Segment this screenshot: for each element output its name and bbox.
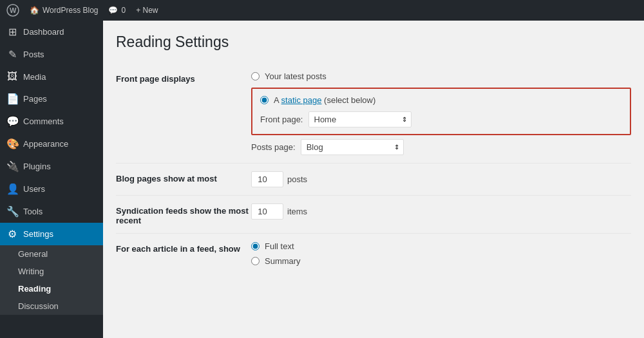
radio-latest-input[interactable] xyxy=(251,72,260,80)
front-page-select[interactable]: Home xyxy=(308,111,412,127)
radio-full-input[interactable] xyxy=(251,242,260,250)
tools-icon: 🔧 xyxy=(6,205,18,218)
sidebar-item-media[interactable]: 🖼 Media xyxy=(0,66,103,88)
wp-logo-icon: W xyxy=(6,4,19,17)
comments-sidebar-icon: 💬 xyxy=(6,115,18,127)
settings-icon: ⚙ xyxy=(6,228,18,240)
syndication-input[interactable] xyxy=(251,203,283,220)
top-bar: W 🏠 WordPress Blog 💬 0 + New xyxy=(0,0,644,21)
blog-pages-unit: posts xyxy=(287,174,307,184)
radio-static-page[interactable]: A static page (select below) xyxy=(260,95,622,105)
sidebar-label-comments: Comments xyxy=(23,117,64,126)
sidebar-label-dashboard: Dashboard xyxy=(23,27,64,37)
sidebar-label-settings: Settings xyxy=(23,229,53,239)
radio-static-label: A static page (select below) xyxy=(274,95,375,105)
sidebar-label-posts: Posts xyxy=(23,50,44,59)
sidebar-item-plugins[interactable]: 🔌 Plugins xyxy=(0,155,103,178)
sidebar-label-general: General xyxy=(18,249,48,259)
sidebar-item-appearance[interactable]: 🎨 Appearance xyxy=(0,133,103,155)
sidebar-sub-discussion[interactable]: Discussion xyxy=(0,297,103,315)
syndication-unit: items xyxy=(287,207,307,216)
blog-pages-control: posts xyxy=(251,171,631,187)
new-label: + New xyxy=(136,6,158,15)
sidebar-label-pages: Pages xyxy=(23,94,47,104)
dashboard-icon: ⊞ xyxy=(6,26,18,38)
radio-summary-label: Summary xyxy=(265,256,301,266)
sidebar-label-users: Users xyxy=(23,184,45,194)
sidebar-item-users[interactable]: 👤 Users xyxy=(0,178,103,200)
front-page-control: Your latest posts A static page (select … xyxy=(251,71,631,155)
blog-pages-input[interactable] xyxy=(251,171,283,187)
sidebar-item-comments[interactable]: 💬 Comments xyxy=(0,110,103,133)
sidebar-item-settings[interactable]: ⚙ Settings xyxy=(0,223,103,245)
main-content: Reading Settings Front page displays You… xyxy=(103,21,644,338)
front-page-select-row: Front page: Home xyxy=(260,111,622,127)
sidebar: ⊞ Dashboard ✎ Posts 🖼 Media 📄 Pages 💬 Co… xyxy=(0,21,103,338)
radio-latest-label: Your latest posts xyxy=(265,71,327,81)
sidebar-label-plugins: Plugins xyxy=(23,162,51,171)
pages-icon: 📄 xyxy=(6,93,18,105)
svg-text:W: W xyxy=(10,6,17,14)
sidebar-item-tools[interactable]: 🔧 Tools xyxy=(0,200,103,223)
home-icon: 🏠 xyxy=(30,6,39,15)
static-page-box: A static page (select below) Front page:… xyxy=(251,88,631,135)
sidebar-sub-writing[interactable]: Writing xyxy=(0,263,103,280)
sidebar-label-media: Media xyxy=(23,72,46,82)
comments-item[interactable]: 💬 0 xyxy=(108,6,126,15)
sidebar-label-tools: Tools xyxy=(23,207,43,216)
new-item[interactable]: + New xyxy=(136,6,158,15)
appearance-icon: 🎨 xyxy=(6,138,18,150)
posts-icon: ✎ xyxy=(6,48,18,61)
static-page-link[interactable]: static page xyxy=(281,95,322,105)
feed-article-row: For each article in a feed, show Full te… xyxy=(116,234,631,274)
site-name-item[interactable]: 🏠 WordPress Blog xyxy=(30,6,98,15)
sidebar-sub-general[interactable]: General xyxy=(0,245,103,263)
radio-full-text[interactable]: Full text xyxy=(251,241,631,251)
front-page-select-label: Front page: xyxy=(260,115,303,124)
feed-article-control: Full text Summary xyxy=(251,241,631,266)
posts-page-select-label: Posts page: xyxy=(251,142,296,152)
sidebar-label-discussion: Discussion xyxy=(18,301,59,311)
sidebar-label-reading: Reading xyxy=(18,284,51,294)
blog-pages-label: Blog pages show at most xyxy=(116,171,251,183)
syndication-control: items xyxy=(251,203,631,220)
sidebar-label-appearance: Appearance xyxy=(23,139,68,149)
radio-full-label: Full text xyxy=(265,241,294,251)
posts-page-select[interactable]: Blog xyxy=(301,139,404,155)
page-title: Reading Settings xyxy=(116,33,631,51)
comment-icon: 💬 xyxy=(108,6,118,15)
syndication-label: Syndication feeds show the most recent xyxy=(116,203,251,225)
radio-static-input[interactable] xyxy=(260,96,269,104)
front-page-label: Front page displays xyxy=(116,71,251,84)
site-name: WordPress Blog xyxy=(43,6,98,15)
sidebar-item-dashboard[interactable]: ⊞ Dashboard xyxy=(0,21,103,43)
radio-summary[interactable]: Summary xyxy=(251,256,631,266)
users-icon: 👤 xyxy=(6,183,18,195)
sidebar-item-posts[interactable]: ✎ Posts xyxy=(0,43,103,66)
plugins-icon: 🔌 xyxy=(6,160,18,173)
wp-logo-item[interactable]: W xyxy=(6,4,19,17)
media-icon: 🖼 xyxy=(6,71,18,82)
sidebar-label-writing: Writing xyxy=(18,267,44,276)
posts-page-select-row: Posts page: Blog xyxy=(251,139,631,155)
radio-summary-input[interactable] xyxy=(251,257,260,265)
comments-count: 0 xyxy=(121,6,126,15)
sidebar-item-pages[interactable]: 📄 Pages xyxy=(0,88,103,110)
front-page-displays-row: Front page displays Your latest posts A … xyxy=(116,64,631,164)
feed-article-label: For each article in a feed, show xyxy=(116,241,251,254)
syndication-row: Syndication feeds show the most recent i… xyxy=(116,196,631,234)
sidebar-sub-reading[interactable]: Reading xyxy=(0,280,103,297)
blog-pages-row: Blog pages show at most posts xyxy=(116,164,631,196)
radio-latest-posts[interactable]: Your latest posts xyxy=(251,71,631,81)
